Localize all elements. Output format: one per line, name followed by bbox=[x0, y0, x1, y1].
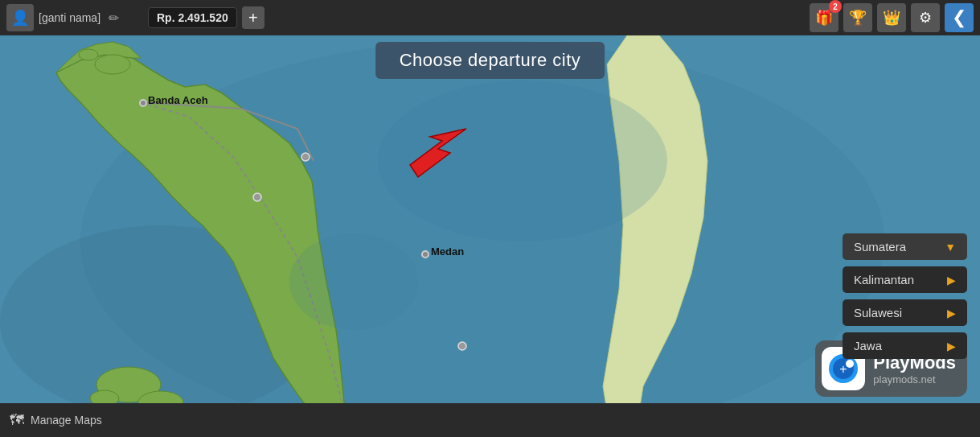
region-label-sulawesi: Sulawesi bbox=[854, 306, 902, 320]
trophy-icon: 🏆 bbox=[849, 9, 867, 27]
back-button[interactable]: ❮ bbox=[945, 3, 974, 32]
svg-point-6 bbox=[95, 55, 130, 74]
svg-marker-13 bbox=[410, 129, 466, 177]
topbar-right: 🎁 2 🏆 👑 ⚙ ❮ bbox=[810, 3, 974, 32]
playmods-url: playmods.net bbox=[873, 373, 956, 385]
red-arrow bbox=[394, 121, 474, 185]
ranking-button[interactable]: 👑 bbox=[877, 3, 906, 32]
settings-button[interactable]: ⚙ bbox=[911, 3, 940, 32]
svg-point-4 bbox=[301, 153, 310, 161]
player-name: [ganti nama] bbox=[39, 11, 100, 24]
bottombar: 🗺 Manage Maps bbox=[0, 403, 980, 437]
avatar-area: 👤 [ganti nama] ✏ bbox=[6, 4, 143, 31]
money-display: Rp. 2.491.520 bbox=[148, 7, 237, 28]
chevron-right-icon-2: ▶ bbox=[947, 307, 956, 320]
map-icon: 🗺 bbox=[10, 412, 24, 429]
city-label-banda-aceh: Banda Aceh bbox=[148, 94, 208, 106]
svg-point-5 bbox=[458, 342, 466, 350]
city-label-medan: Medan bbox=[431, 245, 464, 258]
city-dot-medan[interactable] bbox=[421, 250, 429, 258]
manage-maps-button[interactable]: 🗺 Manage Maps bbox=[10, 412, 102, 429]
add-money-button[interactable]: + bbox=[242, 6, 264, 29]
region-label-sumatera: Sumatera bbox=[854, 240, 906, 254]
chevron-down-icon: ▼ bbox=[945, 241, 956, 254]
region-button-kalimantan[interactable]: Kalimantan ▶ bbox=[843, 266, 967, 293]
gift-badge: 2 bbox=[829, 0, 842, 13]
topbar: 👤 [ganti nama] ✏ Rp. 2.491.520 + 🎁 2 🏆 👑… bbox=[0, 0, 980, 35]
manage-maps-label: Manage Maps bbox=[31, 414, 102, 427]
trophy-button[interactable]: 🏆 bbox=[843, 3, 872, 32]
departure-city-button[interactable]: Choose departure city bbox=[375, 42, 605, 79]
avatar: 👤 bbox=[6, 4, 34, 31]
chevron-right-icon-3: ▶ bbox=[947, 340, 956, 352]
back-icon: ❮ bbox=[952, 7, 966, 28]
settings-icon: ⚙ bbox=[919, 9, 932, 27]
city-dot-banda-aceh[interactable] bbox=[139, 99, 147, 107]
gift-icon: 🎁 bbox=[815, 9, 833, 27]
svg-point-3 bbox=[253, 193, 261, 201]
svg-point-7 bbox=[79, 49, 98, 60]
region-label-jawa: Jawa bbox=[854, 339, 882, 352]
chevron-right-icon: ▶ bbox=[947, 274, 956, 287]
region-sidebar: Sumatera ▼ Kalimantan ▶ Sulawesi ▶ Jawa … bbox=[843, 233, 967, 359]
edit-name-button[interactable]: ✏ bbox=[105, 9, 122, 27]
gift-button[interactable]: 🎁 2 bbox=[810, 3, 839, 32]
region-button-sumatera[interactable]: Sumatera ▼ bbox=[843, 233, 967, 260]
region-label-kalimantan: Kalimantan bbox=[854, 273, 914, 287]
region-button-jawa[interactable]: Jawa ▶ bbox=[843, 332, 967, 359]
svg-point-17 bbox=[846, 360, 854, 368]
region-button-sulawesi[interactable]: Sulawesi ▶ bbox=[843, 299, 967, 326]
svg-point-12 bbox=[289, 233, 418, 330]
ranking-icon: 👑 bbox=[883, 9, 900, 27]
